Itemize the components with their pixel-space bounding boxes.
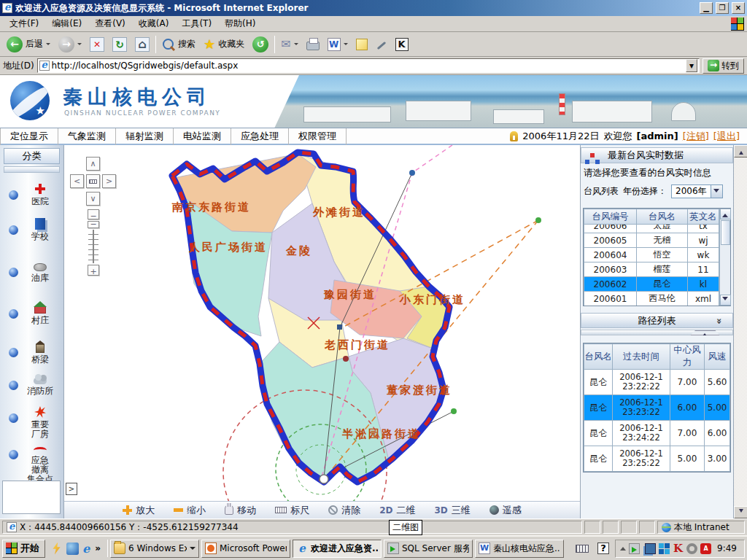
taskbar-button[interactable]: 秦山核电站应急... <box>475 540 564 558</box>
home-button[interactable]: ⌂ <box>133 36 152 53</box>
kaspersky-tray-icon[interactable]: K <box>673 543 684 554</box>
pan-down-button[interactable]: ∨ <box>86 192 100 206</box>
help-button[interactable]: ? <box>594 540 613 557</box>
launch-desktop-icon[interactable] <box>66 542 79 555</box>
zoom-slider-handle[interactable]: − <box>88 221 99 228</box>
edit-button[interactable] <box>374 37 390 52</box>
nav-tab-0[interactable]: 定位显示 <box>0 128 58 145</box>
forward-button[interactable]: → <box>56 35 84 54</box>
edit-word-button[interactable]: W <box>325 36 350 52</box>
category-header[interactable]: 分类 <box>4 148 60 164</box>
menu-item[interactable]: 帮助(H) <box>218 16 262 31</box>
notes-button[interactable] <box>354 37 370 52</box>
year-select[interactable]: 2006年 <box>671 184 723 198</box>
refresh-button[interactable]: ↻ <box>110 36 129 53</box>
taskbar-button[interactable]: Microsoft PowerP... <box>201 540 290 558</box>
close-button[interactable]: × <box>732 2 745 14</box>
typhoon-row[interactable]: 200606太虚tx <box>584 225 719 233</box>
menu-item[interactable]: 收藏(A) <box>132 16 176 31</box>
launch-messenger-icon[interactable] <box>50 542 63 555</box>
map-area[interactable]: 南京东路街道外滩街道人民广场街道金陵豫园街道小东门街道老西门街道董家渡街道半淞园… <box>64 145 580 518</box>
ati-tray-icon[interactable]: A <box>700 543 711 554</box>
scroll-down-button[interactable] <box>720 295 731 306</box>
column-header[interactable]: 风速 <box>705 344 730 370</box>
panel-splitter[interactable] <box>581 330 733 335</box>
sidebar-item-important-plant[interactable]: 重要厂房 <box>0 406 64 439</box>
back-button[interactable]: ← 后退 <box>4 35 53 54</box>
typhoon-row[interactable]: 200604悟空wk <box>584 248 719 262</box>
column-header[interactable]: 英文名 <box>688 209 719 225</box>
column-header[interactable]: 中心风力 <box>670 344 704 370</box>
nav-tab-1[interactable]: 气象监测 <box>58 128 116 145</box>
map-tool-zoom-out[interactable]: 缩小 <box>174 504 206 517</box>
sidebar-item-village[interactable]: 村庄 <box>0 302 64 325</box>
nav-tab-5[interactable]: 权限管理 <box>289 128 347 145</box>
menu-item[interactable]: 文件(F) <box>3 16 45 31</box>
input-method-button[interactable] <box>573 540 592 557</box>
map-tool-zoom-in[interactable]: 放大 <box>123 504 155 517</box>
search-button[interactable]: 搜索 <box>160 36 198 52</box>
address-dropdown-button[interactable]: ▾ <box>686 59 697 72</box>
pan-left-button[interactable]: < <box>70 174 84 188</box>
logout-link[interactable]: [注销] <box>683 130 709 143</box>
go-button[interactable]: → 转到 <box>703 58 744 74</box>
typhoon-row[interactable]: 200602昆仑kl <box>584 277 719 292</box>
typhoon-row[interactable]: 200605无稽wj <box>584 233 719 248</box>
sidebar-expand-button[interactable]: > <box>66 483 77 495</box>
collapse-tab-handle[interactable] <box>686 330 724 335</box>
path-row[interactable]: 昆仑2006-12-123:25:225.003.00 <box>584 446 730 472</box>
k-plugin-button[interactable]: K <box>393 36 411 52</box>
sql-server-tray-icon[interactable] <box>629 543 640 554</box>
path-row[interactable]: 昆仑2006-12-123:24:227.006.00 <box>584 421 730 446</box>
path-row[interactable]: 昆仑2006-12-123:23:226.005.00 <box>584 395 730 421</box>
page-scrollbar[interactable] <box>733 145 747 518</box>
favorites-button[interactable]: ★ 收藏夹 <box>201 35 247 53</box>
typhoon-panel-header[interactable]: 最新台风实时数据 <box>581 147 733 163</box>
nav-tab-3[interactable]: 电站监测 <box>174 128 231 145</box>
scroll-down-button[interactable] <box>734 506 747 518</box>
quick-launch-overflow-button[interactable]: » <box>93 543 102 553</box>
stop-button[interactable]: ✕ <box>88 36 107 53</box>
recorder-tray-icon[interactable] <box>686 543 697 554</box>
map-tool-clear[interactable]: 清除 <box>328 504 360 517</box>
scroll-thumb[interactable] <box>721 220 730 245</box>
start-button[interactable]: 开始 <box>2 540 45 558</box>
menu-item[interactable]: 工具(T) <box>175 16 218 31</box>
sidebar-item-assembly-point[interactable]: 应急撤离集合点 <box>0 443 64 484</box>
column-header[interactable]: 台风编号 <box>584 209 637 225</box>
address-input[interactable] <box>52 60 684 71</box>
zoom-in-step-button[interactable]: + <box>88 265 99 276</box>
menu-item[interactable]: 编辑(E) <box>45 16 88 31</box>
network-tray-icon[interactable] <box>645 543 656 554</box>
column-header[interactable]: 过去时间 <box>613 344 670 370</box>
grid-app-tray-icon[interactable] <box>659 543 670 554</box>
map-tool-2d[interactable]: 2D 二维 <box>379 504 415 517</box>
map-tool-remote[interactable]: 遥感 <box>489 504 522 517</box>
pan-up-button[interactable]: ∧ <box>86 157 100 171</box>
taskbar-button[interactable]: 6 Windows Expl... <box>110 540 199 558</box>
scroll-up-button[interactable] <box>720 209 731 219</box>
typhoon-table-body[interactable]: 200606太虚tx200605无稽wj200604悟空wk200603榴莲11… <box>584 225 719 306</box>
tray-chevron-icon[interactable] <box>620 544 626 551</box>
nav-tab-4[interactable]: 应急处理 <box>231 128 289 145</box>
maximize-button[interactable]: ❐ <box>716 2 729 14</box>
exit-link[interactable]: [退出] <box>713 130 740 143</box>
print-button[interactable] <box>304 37 322 52</box>
map-tool-pan[interactable]: 移动 <box>225 504 256 517</box>
year-dropdown-button[interactable] <box>711 185 722 198</box>
menu-item[interactable]: 查看(V) <box>88 16 132 31</box>
column-header[interactable]: 台风名 <box>637 209 688 225</box>
launch-ie-icon[interactable]: e <box>82 542 90 555</box>
typhoon-row[interactable]: 200601西马伦xml <box>584 292 719 306</box>
path-list-header[interactable]: 路径列表 » <box>581 313 733 328</box>
sidebar-item-fire-station[interactable]: 消防所 <box>0 373 64 396</box>
minimize-button[interactable]: ▁ <box>700 2 713 14</box>
zoom-out-step-button[interactable]: − <box>88 209 99 219</box>
table-scrollbar[interactable] <box>719 209 730 306</box>
sidebar-item-bridge[interactable]: 桥梁 <box>0 341 64 365</box>
taskbar-button[interactable]: 欢迎进入应急资... <box>293 540 382 558</box>
taskbar-button[interactable]: SQL Server 服务... <box>384 540 473 558</box>
path-row[interactable]: 昆仑2006-12-123:22:227.005.60 <box>584 370 730 395</box>
column-header[interactable]: 台风名 <box>584 344 613 370</box>
map-tool-ruler[interactable]: 标尺 <box>275 504 309 517</box>
